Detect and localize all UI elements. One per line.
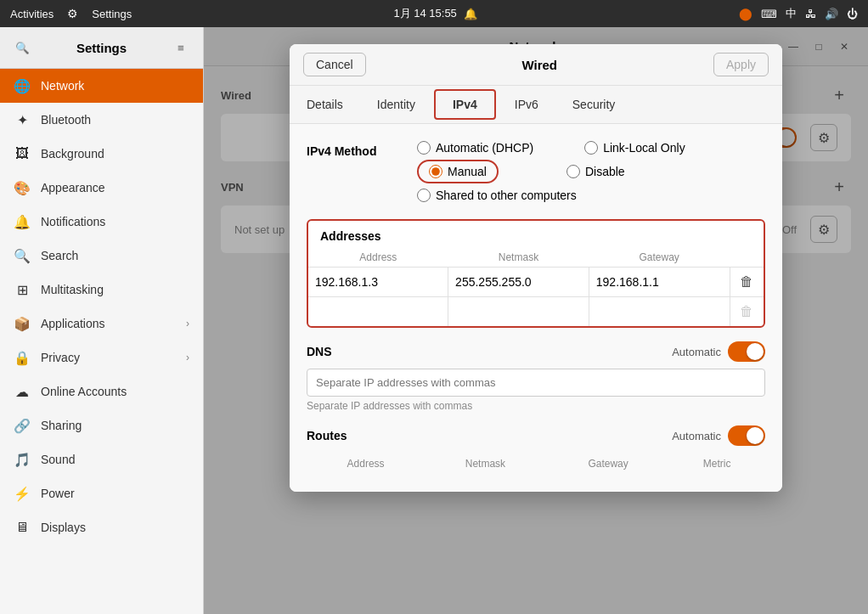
network-icon: 🌐: [14, 77, 31, 94]
dns-input[interactable]: [307, 369, 765, 397]
netmask-cell: [448, 268, 589, 297]
shared-label: Shared to other computers: [436, 189, 577, 202]
search-icon: 🔍: [14, 247, 31, 264]
chevron-right-icon: ›: [186, 352, 189, 363]
option-automatic[interactable]: Automatic (DHCP): [417, 141, 533, 155]
sidebar-item-applications[interactable]: 📦 Applications ›: [0, 307, 203, 341]
netmask-input-2[interactable]: [448, 298, 589, 325]
routes-label: Routes: [307, 429, 347, 442]
option-link-local[interactable]: Link-Local Only: [584, 141, 685, 155]
dialog-cancel-button[interactable]: Cancel: [303, 53, 366, 76]
routes-col-netmask: Netmask: [425, 454, 546, 473]
address-cell-2: [308, 297, 448, 327]
dns-toggle-knob: [747, 343, 764, 360]
sidebar-item-multitasking[interactable]: ⊞ Multitasking: [0, 273, 203, 307]
sidebar-item-online-accounts[interactable]: ☁ Online Accounts: [0, 375, 203, 408]
addresses-header-row: Address Netmask Gateway: [308, 248, 764, 268]
sidebar-item-label: Search: [41, 249, 78, 262]
option-manual[interactable]: Manual: [417, 160, 499, 183]
routes-col-metric: Metric: [670, 454, 764, 473]
sidebar-item-label: Online Accounts: [41, 385, 127, 398]
radio-disable[interactable]: [566, 165, 580, 178]
sidebar-item-privacy[interactable]: 🔒 Privacy ›: [0, 341, 203, 375]
topbar-left: Activities ⚙ Settings: [10, 7, 132, 20]
bluetooth-icon: ✦: [14, 111, 31, 128]
topbar-right: ⬤ ⌨ 中 🖧 🔊 ⏻: [739, 6, 858, 21]
sidebar-menu-button[interactable]: ≡: [169, 36, 193, 59]
option-shared[interactable]: Shared to other computers: [417, 189, 577, 202]
delete-row-button[interactable]: 🗑: [733, 268, 760, 296]
radio-automatic[interactable]: [417, 141, 431, 155]
bell-icon: 🔔: [464, 8, 477, 20]
sound-icon: 🎵: [14, 451, 31, 468]
sidebar-item-search[interactable]: 🔍 Search: [0, 239, 203, 273]
routes-col-address: Address: [308, 454, 423, 473]
sidebar-item-network[interactable]: 🌐 Network: [0, 69, 203, 103]
gateway-input-2[interactable]: [589, 298, 730, 325]
tab-ipv6[interactable]: IPv6: [498, 86, 555, 123]
sidebar-item-label: Bluetooth: [41, 113, 91, 127]
sidebar-item-background[interactable]: 🖼 Background: [0, 137, 203, 171]
routes-header: Routes Automatic: [307, 425, 765, 446]
automatic-label: Automatic (DHCP): [436, 141, 533, 155]
dns-auto-label: Automatic: [672, 346, 721, 358]
sidebar-item-bluetooth[interactable]: ✦ Bluetooth: [0, 103, 203, 137]
netmask-input[interactable]: [448, 268, 589, 296]
dialog-header: Cancel Wired Apply: [290, 44, 782, 86]
address-input[interactable]: [308, 268, 448, 296]
network-icon: 中: [786, 6, 797, 21]
radio-manual[interactable]: [429, 165, 442, 178]
datetime-label: 1月 14 15:55: [393, 6, 456, 21]
method-label: IPv4 Method: [307, 141, 400, 158]
topbar: Activities ⚙ Settings 1月 14 15:55 🔔 ⬤ ⌨ …: [0, 0, 868, 27]
routes-auto-toggle[interactable]: [728, 425, 765, 446]
tab-details[interactable]: Details: [290, 86, 360, 123]
search-icon: 🔍: [15, 42, 30, 54]
dns-section: DNS Automatic Separate IP addresses with…: [307, 341, 765, 412]
sharing-icon: 🔗: [14, 417, 31, 434]
dialog-apply-button[interactable]: Apply: [713, 53, 769, 76]
radio-shared[interactable]: [417, 189, 431, 202]
table-row: 🗑: [308, 268, 764, 297]
sidebar-search-button[interactable]: 🔍: [10, 36, 34, 59]
option-disable[interactable]: Disable: [566, 160, 625, 183]
sidebar-item-label: Privacy: [41, 351, 80, 364]
col-gateway: Gateway: [589, 248, 730, 268]
sidebar-item-label: Appearance: [41, 181, 105, 194]
sidebar-item-power[interactable]: ⚡ Power: [0, 476, 203, 510]
sidebar-item-displays[interactable]: 🖥 Displays: [0, 510, 203, 544]
topbar-center: 1月 14 15:55 🔔: [393, 6, 476, 21]
address-input-2[interactable]: [308, 298, 448, 325]
sidebar-item-notifications[interactable]: 🔔 Notifications: [0, 205, 203, 239]
tab-identity[interactable]: Identity: [360, 86, 432, 123]
addresses-table: Address Netmask Gateway: [308, 248, 764, 326]
dns-hint: Separate IP addresses with commas: [307, 400, 765, 412]
gateway-input[interactable]: [589, 268, 730, 296]
dns-auto-toggle[interactable]: [728, 341, 765, 362]
activities-label[interactable]: Activities: [10, 8, 54, 20]
method-row-3: Shared to other computers: [417, 189, 685, 202]
sidebar-item-sound[interactable]: 🎵 Sound: [0, 442, 203, 476]
col-delete: [730, 248, 764, 268]
dialog-tabs: Details Identity IPv4 IPv6 Security: [290, 86, 782, 124]
sidebar-item-appearance[interactable]: 🎨 Appearance: [0, 171, 203, 205]
delete-row-button-2[interactable]: 🗑: [733, 297, 760, 326]
sidebar-item-label: Applications: [41, 317, 105, 330]
power-icon: ⚡: [14, 485, 31, 502]
routes-auto-label: Automatic: [672, 430, 721, 442]
addresses-section: Addresses Address Netmask Gateway: [307, 219, 765, 328]
displays-icon: 🖥: [14, 519, 31, 536]
tab-ipv4[interactable]: IPv4: [434, 89, 496, 120]
radio-link-local[interactable]: [584, 141, 598, 155]
sidebar-item-label: Background: [41, 147, 104, 161]
tab-security[interactable]: Security: [555, 86, 633, 123]
menu-icon: ≡: [178, 42, 184, 54]
sidebar-item-label: Power: [41, 487, 75, 500]
disable-label: Disable: [585, 165, 625, 178]
battery-icon: ⬤: [739, 7, 752, 20]
sidebar-item-sharing[interactable]: 🔗 Sharing: [0, 408, 203, 442]
routes-table: Address Netmask Gateway Metric: [307, 453, 765, 475]
manual-label: Manual: [448, 165, 487, 178]
applications-icon: 📦: [14, 315, 31, 332]
sidebar-item-label: Multitasking: [41, 283, 104, 296]
